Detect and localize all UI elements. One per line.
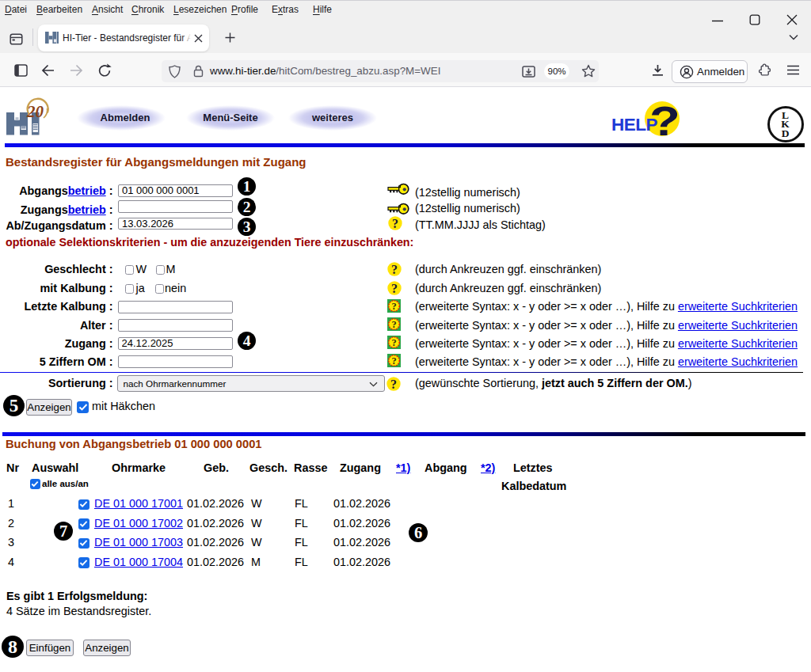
svg-text:20: 20 [26,102,44,121]
